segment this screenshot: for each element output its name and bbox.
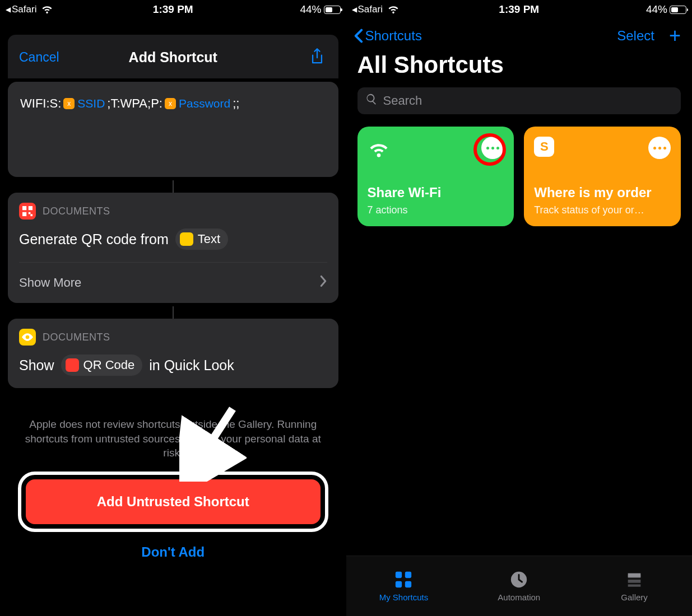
action-text: in Quick Look [149,357,234,374]
variable-password[interactable]: x Password [165,97,230,110]
add-shortcut-modal: Cancel Add Shortcut [8,35,338,78]
return-to-app[interactable]: Safari [6,4,36,15]
shortcut-tile-where-is-my-order[interactable]: S Where is my order Track status of your… [524,127,681,226]
section-label: DOCUMENTS [43,332,110,343]
battery-indicator: 44% [646,3,686,16]
tab-automation[interactable]: Automation [461,556,577,616]
tile-subtitle: 7 actions [368,204,504,216]
tile-title: Share Wi-Fi [368,185,504,201]
variable-ssid[interactable]: x SSID [63,97,105,110]
show-more-button[interactable]: Show More [8,263,338,303]
svg-rect-4 [30,214,32,216]
text-fragment: WIFI:S: [20,96,61,111]
chevron-right-icon [319,275,327,291]
variable-icon: x [165,98,176,109]
svg-rect-1 [29,206,32,210]
add-untrusted-shortcut-button[interactable]: Add Untrusted Shortcut [26,479,321,524]
wifi-icon [368,137,390,159]
svg-rect-9 [396,581,402,587]
select-button[interactable]: Select [617,28,654,44]
qrcode-variable-pill[interactable]: QR Code [61,354,143,376]
connector-line [8,180,338,193]
wifi-string-card: WIFI:S: x SSID ;T:WPA;P: x Password ;; [8,82,338,177]
action-text: Generate QR code from [19,231,169,248]
cta-highlight-ring: Add Untrusted Shortcut [18,472,328,532]
swiggy-icon: S [534,137,554,157]
cancel-button[interactable]: Cancel [19,50,59,65]
section-label: DOCUMENTS [43,206,110,217]
svg-rect-7 [396,572,402,578]
connector-line [8,306,338,319]
action-text: Show [19,357,54,374]
quicklook-card: DOCUMENTS Show QR Code in Quick Look [8,319,338,388]
phone-left-add-shortcut: Safari 1:39 PM 44% Cancel Add Shortcut W… [0,0,346,616]
tile-menu-button[interactable] [648,137,671,159]
text-fragment: ;; [233,96,239,111]
svg-rect-3 [29,212,31,214]
add-shortcut-button[interactable]: + [669,30,681,42]
nav-bar: Shortcuts Select + [346,19,693,49]
search-placeholder: Search [383,94,422,108]
variable-icon: x [63,98,75,109]
wifi-icon [387,2,400,17]
qr-app-icon [19,203,36,220]
text-fragment: ;T:WPA;P: [107,96,162,111]
svg-rect-8 [405,572,411,578]
svg-rect-10 [405,581,411,587]
status-bar: Safari 1:39 PM 44% [0,0,346,19]
shortcut-actions-scroll: WIFI:S: x SSID ;T:WPA;P: x Password ;; [8,82,338,616]
tile-subtitle: Track status of your or… [534,204,671,216]
tab-gallery[interactable]: Gallery [577,556,692,616]
clock: 1:39 PM [499,3,539,16]
tab-bar: My Shortcuts Automation Gallery [346,556,693,616]
tile-title: Where is my order [534,185,671,201]
preview-app-icon [19,329,36,346]
text-variable-pill[interactable]: Text [175,228,228,250]
share-button[interactable] [307,47,327,67]
status-bar: Safari 1:39 PM 44% [346,0,693,19]
qr-icon [66,358,79,372]
search-icon [365,93,378,109]
back-button[interactable]: Shortcuts [354,28,422,44]
return-to-app[interactable]: Safari [352,4,383,15]
modal-title: Add Shortcut [129,49,217,66]
page-title: All Shortcuts [346,49,693,87]
svg-rect-0 [22,206,26,210]
clock: 1:39 PM [153,3,193,16]
battery-indicator: 44% [300,3,340,16]
text-icon [180,232,193,246]
tab-my-shortcuts[interactable]: My Shortcuts [346,556,462,616]
search-input[interactable]: Search [357,87,681,114]
dont-add-button[interactable]: Don't Add [8,544,338,560]
generate-qr-card: DOCUMENTS Generate QR code from Text Sho… [8,193,338,303]
phone-right-all-shortcuts: Safari 1:39 PM 44% Shortcuts Select + Al… [346,0,693,616]
shortcut-tile-share-wifi[interactable]: Share Wi-Fi 7 actions [357,127,514,226]
tile-menu-button[interactable] [481,137,504,159]
untrusted-warning-text: Apple does not review shortcuts outside … [8,417,338,460]
svg-rect-2 [22,212,26,216]
wifi-icon [41,2,53,17]
